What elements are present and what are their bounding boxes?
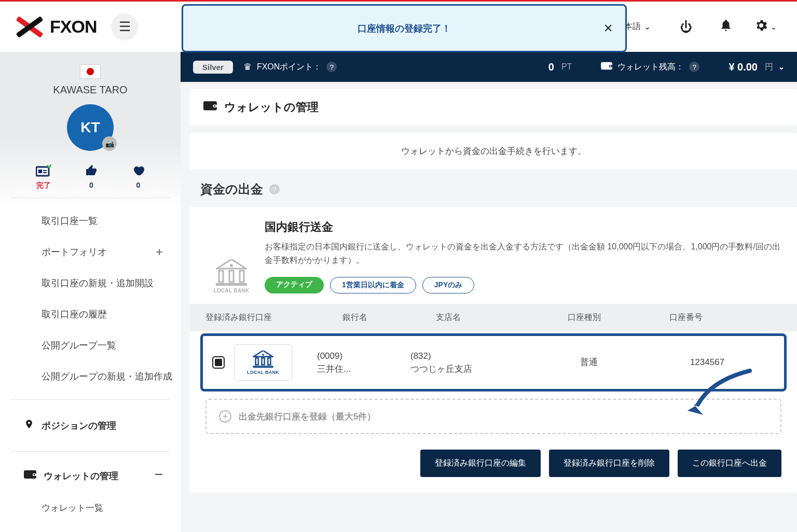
menu-toggle[interactable]: ☰	[111, 13, 138, 40]
row-bank-name: 三井住...	[317, 362, 410, 376]
row-bank-code: (0009)	[317, 349, 410, 363]
country-flag	[80, 64, 101, 79]
svg-rect-15	[229, 271, 233, 282]
location-pin-icon	[24, 417, 34, 433]
badge-currency: JPYのみ	[422, 277, 474, 293]
svg-rect-14	[219, 271, 223, 282]
sidebar-sub-tx-history[interactable]: 取引履歴	[0, 523, 181, 532]
svg-rect-0	[36, 167, 49, 176]
notifications-button[interactable]	[716, 17, 736, 37]
row-checkbox[interactable]	[212, 356, 225, 369]
th-branch: 支店名	[436, 312, 568, 323]
svg-point-9	[610, 65, 611, 67]
svg-rect-21	[262, 358, 264, 365]
sidebar-sub-wallet-list[interactable]: ウォレット一覧	[0, 493, 181, 523]
stat-favorites-value: 0	[131, 181, 145, 189]
svg-rect-22	[268, 358, 270, 365]
wallet-currency: 円	[765, 62, 773, 73]
avatar-camera-button[interactable]: 📷	[102, 136, 117, 151]
sidebar-section-wallet[interactable]: ウォレットの管理	[0, 459, 181, 493]
badge-active: アクティブ	[265, 277, 324, 293]
page-notice: ウォレットから資金の出金手続きを行います。	[190, 133, 797, 170]
bank-icon-label: LOCAL BANK	[214, 288, 250, 293]
wallet-balance-value: ¥ 0.00	[729, 61, 758, 73]
sidebar-item-public-groups[interactable]: 公開グループ一覧	[0, 330, 181, 361]
heart-icon	[131, 164, 145, 179]
delete-account-button[interactable]: 登録済み銀行口座を削除	[549, 450, 669, 477]
points-unit: PT	[561, 62, 572, 72]
user-name: KAWASE TARO	[0, 84, 181, 96]
svg-rect-16	[240, 271, 244, 282]
crown-icon: ♛	[243, 61, 252, 73]
add-bank-label: 出金先銀行口座を登録（最大5件）	[239, 411, 376, 423]
avatar-initials: KT	[80, 119, 100, 136]
stat-verification[interactable]: 完了	[36, 164, 51, 190]
row-bank-icon: LOCAL BANK	[234, 344, 292, 381]
row-branch-code: (832)	[410, 349, 542, 363]
edit-account-button[interactable]: 登録済み銀行口座の編集	[420, 450, 541, 477]
bank-account-row[interactable]: LOCAL BANK (0009) 三井住... (832) つつじヶ丘支店 普…	[200, 333, 787, 391]
stat-favorites[interactable]: 0	[131, 164, 145, 190]
user-avatar[interactable]: KT 📷	[67, 104, 114, 151]
wallet-icon	[24, 469, 36, 482]
sidebar-item-accounts[interactable]: 取引口座一覧	[0, 205, 181, 236]
sidebar-section-positions[interactable]: ポジションの管理	[0, 407, 181, 444]
stat-complete-label: 完了	[36, 181, 51, 190]
help-icon[interactable]: ?	[269, 184, 280, 194]
banner-message: 口座情報の登録完了！	[358, 22, 451, 35]
row-bank-icon-label: LOCAL BANK	[247, 370, 279, 375]
banner-close-button[interactable]: ✕	[603, 22, 613, 35]
chevron-down-icon: ⌄	[644, 22, 651, 32]
brand-logo[interactable]: FXON	[17, 17, 97, 37]
hamburger-icon: ☰	[119, 19, 131, 35]
stat-likes-value: 0	[85, 181, 98, 189]
withdraw-button[interactable]: この銀行口座へ出金	[678, 450, 781, 477]
bell-icon	[719, 19, 733, 35]
badge-delivery: 1営業日以内に着金	[330, 277, 416, 293]
section-title: 資金の出金	[200, 181, 263, 198]
brand-text: FXON	[50, 17, 97, 37]
points-label: FXONポイント：	[257, 62, 321, 73]
stat-likes[interactable]: 0	[85, 164, 98, 190]
id-card-icon	[36, 164, 51, 179]
th-registered: 登録済み銀行口座	[205, 312, 342, 323]
svg-rect-3	[43, 172, 47, 173]
th-account-type: 口座種別	[568, 312, 669, 323]
row-account-number: 1234567	[636, 356, 779, 369]
chevron-down-icon[interactable]: ⌄	[778, 63, 785, 71]
wallet-icon	[601, 61, 612, 73]
tier-badge: Silver	[193, 61, 233, 74]
bank-icon-large: LOCAL BANK	[212, 219, 251, 293]
svg-point-6	[34, 474, 35, 475]
row-branch-name: つつじヶ丘支店	[410, 362, 542, 376]
page-title: ウォレットの管理	[224, 100, 319, 115]
th-account-number: 口座番号	[669, 312, 781, 323]
sidebar-positions-label: ポジションの管理	[42, 419, 116, 432]
row-account-type: 普通	[542, 356, 636, 369]
sidebar-item-new-group[interactable]: 公開グループの新規・追加作成	[0, 361, 181, 392]
power-icon: ⏻	[680, 20, 693, 34]
page-header: ウォレットの管理	[190, 89, 797, 125]
withdrawal-method-card: LOCAL BANK 国内銀行送金 お客様指定の日本国内銀行に送金し、ウォレット…	[190, 207, 797, 493]
settings-button[interactable]: ⌄	[755, 17, 775, 37]
sidebar-item-account-history[interactable]: 取引口座の履歴	[0, 299, 181, 330]
svg-rect-20	[256, 358, 258, 365]
japan-flag-icon	[87, 68, 94, 75]
sidebar-item-portfolio[interactable]: ポートフォリオ	[0, 236, 181, 268]
gear-icon	[754, 18, 768, 36]
method-title: 国内銀行送金	[265, 219, 781, 235]
chevron-down-icon: ⌄	[771, 23, 777, 31]
help-icon[interactable]: ?	[326, 62, 337, 72]
th-bank-name: 銀行名	[342, 312, 436, 323]
sidebar-wallet-label: ウォレットの管理	[44, 470, 118, 482]
svg-rect-2	[43, 170, 47, 171]
add-bank-account-button[interactable]: + 出金先銀行口座を登録（最大5件）	[205, 399, 781, 434]
svg-point-12	[214, 105, 215, 107]
accounts-table-header: 登録済み銀行口座 銀行名 支店名 口座種別 口座番号	[190, 304, 797, 331]
svg-rect-1	[38, 170, 42, 173]
sidebar-item-new-account[interactable]: 取引口座の新規・追加開設	[0, 268, 181, 299]
help-icon[interactable]: ?	[689, 62, 699, 72]
method-description: お客様指定の日本国内銀行に送金し、ウォレットの資金を出金入金する方法です（出金金…	[265, 240, 781, 267]
wallet-icon	[203, 100, 217, 115]
power-button[interactable]: ⏻	[677, 17, 696, 37]
